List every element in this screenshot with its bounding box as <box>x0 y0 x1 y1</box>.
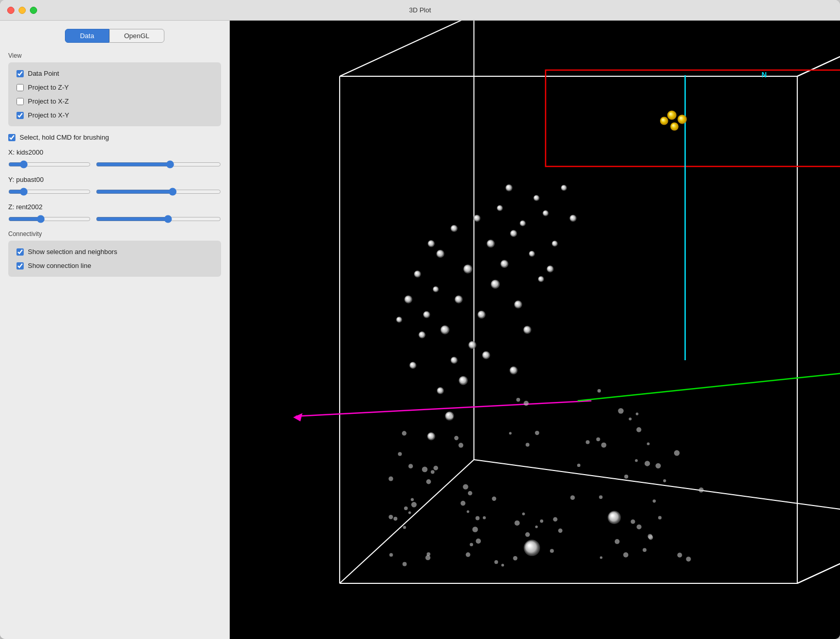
checkbox-show-selection-label: Show selection and neighbors <box>28 248 117 256</box>
connectivity-section: Connectivity Show selection and neighbor… <box>8 230 221 277</box>
z-slider-right[interactable] <box>96 215 221 223</box>
x-slider-row <box>8 160 221 169</box>
checkbox-project-xy-input[interactable] <box>16 112 24 119</box>
tab-data[interactable]: Data <box>65 29 109 43</box>
tab-bar: Data OpenGL <box>8 29 221 43</box>
checkbox-data-point-label: Data Point <box>28 70 59 77</box>
checkbox-show-connection-input[interactable] <box>16 262 24 270</box>
x-axis-label: X: kids2000 <box>8 148 221 156</box>
maximize-button[interactable] <box>30 7 37 14</box>
plot-area[interactable] <box>230 21 840 639</box>
checkbox-project-xy[interactable]: Project to X-Y <box>16 111 213 119</box>
checkbox-data-point[interactable]: Data Point <box>16 70 213 77</box>
select-brushing-input[interactable] <box>8 134 15 141</box>
checkbox-project-zy[interactable]: Project to Z-Y <box>16 83 213 91</box>
view-section: View Data Point Project to Z-Y Project t… <box>8 52 221 126</box>
checkbox-project-zy-input[interactable] <box>16 84 24 91</box>
select-brushing-checkbox[interactable]: Select, hold CMD for brushing <box>8 133 221 141</box>
z-axis-section: Z: rent2002 <box>8 203 221 223</box>
tab-opengl[interactable]: OpenGL <box>109 29 164 43</box>
z-slider-row <box>8 215 221 223</box>
connectivity-label: Connectivity <box>8 230 221 238</box>
checkbox-project-xz-label: Project to X-Z <box>28 97 69 105</box>
checkbox-show-selection[interactable]: Show selection and neighbors <box>16 248 213 256</box>
traffic-lights <box>7 7 37 14</box>
y-slider-row <box>8 188 221 196</box>
left-panel: Data OpenGL View Data Point Project to Z… <box>0 21 229 639</box>
window-title: 3D Plot <box>409 6 431 14</box>
view-label: View <box>8 52 221 59</box>
3d-canvas[interactable] <box>230 21 840 639</box>
x-axis-section: X: kids2000 <box>8 148 221 169</box>
y-slider-left[interactable] <box>8 188 91 196</box>
content-area: Data OpenGL View Data Point Project to Z… <box>0 21 840 639</box>
checkbox-project-xz-input[interactable] <box>16 98 24 105</box>
y-slider-right[interactable] <box>96 188 221 196</box>
checkbox-show-connection-label: Show connection line <box>28 262 91 270</box>
checkbox-show-selection-input[interactable] <box>16 248 24 256</box>
checkbox-data-point-input[interactable] <box>16 70 24 77</box>
minimize-button[interactable] <box>19 7 26 14</box>
y-axis-label: Y: pubast00 <box>8 176 221 183</box>
checkbox-project-xz[interactable]: Project to X-Z <box>16 97 213 105</box>
view-group-box: Data Point Project to Z-Y Project to X-Z… <box>8 62 221 126</box>
z-axis-label: Z: rent2002 <box>8 203 221 211</box>
select-brushing-label: Select, hold CMD for brushing <box>20 133 109 141</box>
close-button[interactable] <box>7 7 14 14</box>
x-slider-left[interactable] <box>8 160 91 169</box>
titlebar: 3D Plot <box>0 0 840 21</box>
checkbox-project-zy-label: Project to Z-Y <box>28 83 69 91</box>
main-window: 3D Plot Data OpenGL View Data Point <box>0 0 840 639</box>
checkbox-project-xy-label: Project to X-Y <box>28 111 69 119</box>
y-axis-section: Y: pubast00 <box>8 176 221 196</box>
x-slider-right[interactable] <box>96 160 221 169</box>
checkbox-show-connection[interactable]: Show connection line <box>16 262 213 270</box>
z-slider-left[interactable] <box>8 215 91 223</box>
connectivity-group-box: Show selection and neighbors Show connec… <box>8 241 221 277</box>
